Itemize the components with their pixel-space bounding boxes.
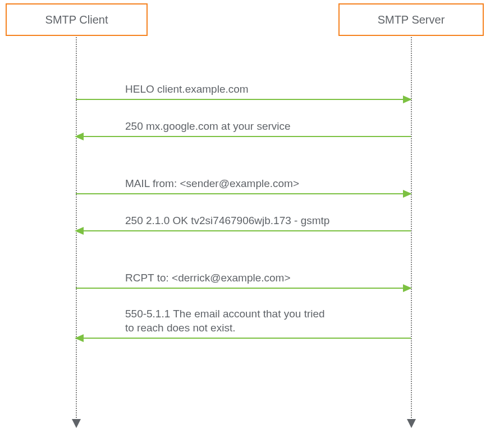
message-1-label: HELO client.example.com [125,82,249,97]
message-2-label: 250 mx.google.com at your service [125,119,291,134]
message-3-line [76,193,411,194]
message-4-line [76,230,411,231]
participant-server: SMTP Server [338,3,484,36]
arrow-right-icon [403,95,412,103]
participant-client-label: SMTP Client [45,13,108,26]
arrow-left-icon [75,133,84,140]
message-3-label: MAIL from: <sender@example.com> [125,176,299,191]
message-1-line [76,99,411,100]
lifeline-client-arrowhead-icon [72,419,81,428]
arrow-left-icon [75,227,84,235]
message-5-line [76,288,411,289]
message-6-label: 550-5.1.1 The email account that you tri… [125,307,325,335]
arrow-right-icon [403,284,412,292]
message-6-line [76,338,411,339]
message-5-label: RCPT to: <derrick@example.com> [125,271,291,285]
arrow-right-icon [403,190,412,198]
sequence-diagram: SMTP Client SMTP Server HELO client.exam… [0,0,504,437]
participant-server-label: SMTP Server [378,13,445,26]
participant-client: SMTP Client [6,3,148,36]
lifeline-server [411,37,412,420]
message-4-label: 250 2.1.0 OK tv2si7467906wjb.173 - gsmtp [125,213,329,228]
message-2-line [76,136,411,137]
arrow-left-icon [75,334,84,342]
lifeline-server-arrowhead-icon [407,419,416,428]
